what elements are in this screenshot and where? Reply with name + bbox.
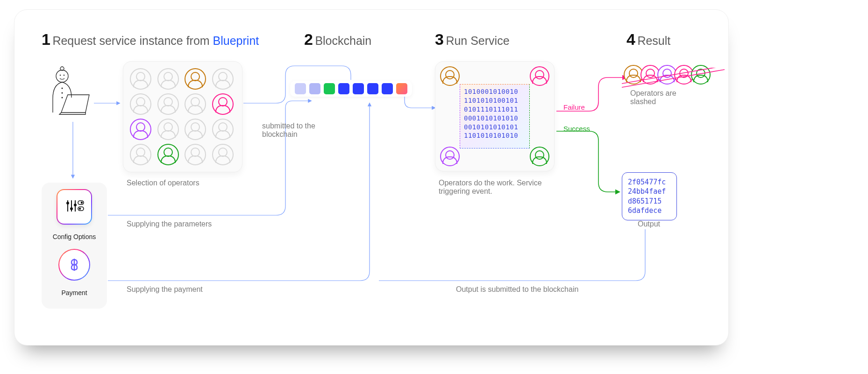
run-service-box: 1010001010010 1101010100101 010111011101… [435,61,555,171]
operator-icon [185,144,206,165]
block-icon [367,83,378,94]
user-illustration [39,66,95,122]
payment-label: Payment [61,289,87,296]
svg-point-0 [56,70,68,82]
operator-icon-selected [185,68,206,90]
output-line: 24bb4faef [628,187,671,196]
step-3-title: Run Service [446,34,509,47]
operator-icon [212,144,234,165]
step-4-header: 4 Result [626,30,670,49]
step-3-number: 3 [435,30,444,48]
binary-line: 1101010101010 [464,131,526,140]
operator-icon [130,93,151,115]
output-label: Output [638,220,660,228]
operator-icon [185,93,206,115]
svg-point-2 [60,75,61,76]
operator-grid [123,61,242,172]
config-options-icon [57,189,92,225]
step-1-title-a: Request service instance from [52,34,213,47]
operator-icon [130,68,151,90]
operator-icon [212,68,234,90]
step-2-title: Blockchain [315,34,371,47]
step-1-title-b: Blueprint [213,34,259,47]
svg-point-8 [66,202,69,205]
step-4-title: Result [637,34,670,47]
blockchain-icon [290,81,412,97]
block-icon [309,83,320,94]
block-icon [353,83,364,94]
block-icon [295,83,306,94]
operator-icon [185,119,206,140]
svg-point-16 [79,208,81,210]
operator-icon-selected [212,93,234,115]
svg-point-5 [62,92,63,94]
step-4-number: 4 [626,30,635,48]
slashed-operators [626,65,711,85]
block-icon [338,83,349,94]
svg-point-14 [81,202,83,204]
operator-icon-selected [157,144,179,165]
operator-icon [440,66,460,86]
operator-icon [130,144,151,165]
svg-point-12 [74,204,77,206]
step-1-header: 1 Request service instance from Blueprin… [42,30,259,49]
binary-line: 1101010100101 [464,96,526,105]
run-desc-caption: Operators do the work. Service triggerin… [439,179,546,196]
operator-icon [691,65,711,85]
output-line: d8651715 [628,197,671,206]
config-label: Config Options [53,233,96,240]
failure-label: Failure [563,103,585,111]
operator-icon [212,119,234,140]
submitted-caption: submitted to the blockchain [262,122,332,139]
operator-icon [530,147,549,166]
diagram-card: 1 Request service instance from Blueprin… [14,9,729,346]
output-line: 6dafdece [628,206,671,215]
binary-line: 0010101010101 [464,123,526,132]
slashed-caption: Operators are slashed [630,89,696,106]
binary-line: 0101110111011 [464,105,526,114]
operator-icon [530,66,549,86]
selection-caption: Selection of operators [127,179,199,187]
svg-point-3 [64,75,64,76]
operator-icon [157,68,179,90]
step-1-number: 1 [42,30,50,48]
success-label: Success [563,125,590,133]
block-icon [324,83,335,94]
operator-icon-selected [130,119,151,140]
operator-icon [440,147,460,166]
step-2-header: 2 Blockchain [304,30,371,49]
binary-line: 1010001010010 [464,87,526,96]
binary-line: 0001010101010 [464,114,526,123]
config-payment-panel: Config Options Payment [42,183,107,309]
payment-icon [58,249,90,281]
binary-data: 1010001010010 1101010100101 010111011101… [460,84,530,148]
output-box: 2f05477fc 24bb4faef d8651715 6dafdece [622,172,677,220]
operator-icon [157,93,179,115]
operator-icon [157,119,179,140]
step-2-number: 2 [304,30,313,48]
block-icon [382,83,393,94]
block-icon [396,83,407,94]
svg-point-10 [70,207,73,210]
step-3-header: 3 Run Service [435,30,510,49]
svg-point-6 [62,97,63,99]
supply-payment-caption: Supplying the payment [127,285,203,294]
svg-point-4 [62,88,63,89]
output-line: 2f05477fc [628,177,671,187]
output-submitted-caption: Output is submitted to the blockchain [456,285,578,294]
supply-params-caption: Supplying the parameters [127,220,212,228]
